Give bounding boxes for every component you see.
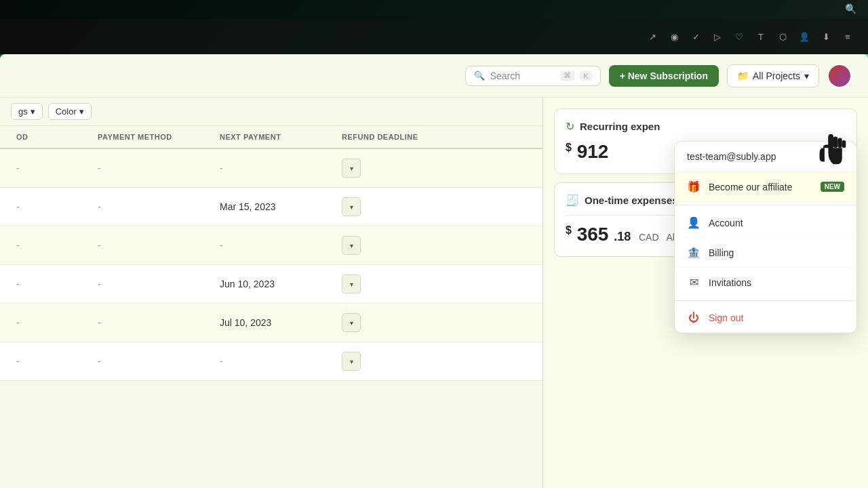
onetime-card-title: One-time expenses — [585, 195, 678, 206]
user-dropdown-menu: test-team@subly.app 🎁 Become our affilia… — [674, 141, 857, 333]
cell-next-6: - — [214, 346, 336, 376]
search-shortcut-modifier: ⌘ — [560, 70, 574, 81]
cell-refund-2: ▾ — [336, 188, 458, 226]
cell-next-1: - — [214, 153, 336, 183]
recurring-icon: ↻ — [566, 120, 574, 133]
folder-icon: 📁 — [737, 70, 749, 81]
new-badge: NEW — [821, 182, 844, 192]
table-row: - - Jul 10, 2023 ▾ — [0, 304, 542, 342]
app-window: 🔍 Search ⌘ K + New Subscription 📁 All Pr… — [0, 54, 868, 488]
table-row: - - Jun 10, 2023 ▾ — [0, 265, 542, 304]
chevron-down-icon: ▾ — [804, 70, 809, 81]
recurring-card-title: Recurring expen — [580, 121, 660, 132]
table-row: - - - ▾ — [0, 226, 542, 265]
left-panel: gs ▾ Color ▾ OD PAYMENT METHOD NEXT PAYM… — [0, 98, 542, 488]
camera-icon[interactable]: ◉ — [667, 30, 681, 43]
cell-next-3: - — [214, 230, 336, 260]
gift-icon: 🎁 — [687, 180, 701, 193]
recurring-amount-whole: 912 — [577, 141, 609, 162]
onetime-amount-whole: 365 — [577, 224, 609, 245]
billing-icon: 🏦 — [687, 246, 701, 259]
table-row: - - - ▾ — [0, 149, 542, 188]
table-header: OD PAYMENT METHOD NEXT PAYMENT REFUND DE… — [0, 126, 542, 149]
cell-refund-3: ▾ — [336, 226, 458, 264]
col-header-payment-method: PAYMENT METHOD — [92, 126, 214, 148]
search-shortcut-key: K — [580, 71, 591, 81]
cell-payment-5: - — [92, 308, 214, 338]
dropdown-divider-2 — [675, 300, 856, 301]
user-icon[interactable]: 👤 — [797, 30, 811, 43]
envelope-icon: ✉ — [687, 276, 701, 289]
invitations-label: Invitations — [709, 277, 751, 288]
cell-od-4: - — [11, 269, 92, 299]
cell-payment-4: - — [92, 269, 214, 299]
dropdown-item-invitations[interactable]: ✉ Invitations — [675, 268, 856, 298]
cell-refund-6: ▾ — [336, 342, 458, 380]
onetime-currency-code: CAD — [639, 232, 659, 243]
dropdown-item-signout[interactable]: ⏻ Sign out — [675, 304, 856, 333]
filter-gs-chevron-icon: ▾ — [31, 106, 35, 117]
os-search-icon[interactable]: 🔍 — [845, 3, 857, 16]
new-subscription-button[interactable]: + New Subscription — [609, 65, 719, 87]
recurring-card-header: ↻ Recurring expen — [566, 120, 846, 133]
cell-od-2: - — [11, 192, 92, 222]
dropdown-item-account[interactable]: 👤 Account — [675, 208, 856, 238]
cell-payment-6: - — [92, 346, 214, 376]
filter-color-button[interactable]: Color ▾ — [48, 103, 92, 120]
search-placeholder: Search — [490, 70, 555, 81]
table-row: - - Mar 15, 2023 ▾ — [0, 188, 542, 226]
row-dropdown-6[interactable]: ▾ — [342, 352, 361, 371]
dropdown-item-affiliate[interactable]: 🎁 Become our affiliate NEW — [675, 172, 856, 202]
power-icon: ⏻ — [687, 312, 701, 324]
search-icon: 🔍 — [474, 70, 485, 81]
row-dropdown-1[interactable]: ▾ — [342, 159, 361, 178]
cell-payment-1: - — [92, 153, 214, 183]
download-icon[interactable]: ⬇ — [819, 30, 833, 43]
billing-label: Billing — [709, 247, 734, 258]
dropdown-item-billing[interactable]: 🏦 Billing — [675, 238, 856, 268]
action-bar: 🔍 Search ⌘ K + New Subscription 📁 All Pr… — [0, 54, 868, 98]
recurring-currency-symbol: $ — [566, 142, 572, 153]
text-icon[interactable]: T — [754, 30, 768, 43]
avatar-button[interactable] — [827, 64, 852, 88]
cell-next-5: Jul 10, 2023 — [214, 308, 336, 338]
row-dropdown-5[interactable]: ▾ — [342, 313, 361, 332]
cell-refund-4: ▾ — [336, 265, 458, 303]
all-projects-button[interactable]: 📁 All Projects ▾ — [727, 64, 819, 87]
filter-gs-button[interactable]: gs ▾ — [11, 103, 43, 120]
row-dropdown-4[interactable]: ▾ — [342, 274, 361, 293]
dropdown-email: test-team@subly.app — [675, 142, 856, 172]
filter-bar: gs ▾ Color ▾ — [0, 98, 542, 126]
cell-od-3: - — [11, 230, 92, 260]
col-header-refund-deadline: REFUND DEADLINE — [336, 126, 458, 148]
cell-payment-3: - — [92, 230, 214, 260]
user-circle-icon: 👤 — [687, 216, 701, 229]
onetime-currency-symbol: $ — [566, 224, 572, 236]
cell-refund-5: ▾ — [336, 304, 458, 342]
receipt-icon: 🧾 — [566, 194, 579, 207]
col-header-next-payment: NEXT PAYMENT — [214, 126, 336, 148]
filter-color-chevron-icon: ▾ — [79, 106, 84, 117]
cell-od-6: - — [11, 346, 92, 376]
row-dropdown-2[interactable]: ▾ — [342, 197, 361, 216]
onetime-amount-cents: .18 — [614, 230, 631, 243]
search-box[interactable]: 🔍 Search ⌘ K — [465, 66, 601, 86]
signout-label: Sign out — [709, 312, 743, 323]
cell-od-1: - — [11, 153, 92, 183]
check-circle-icon[interactable]: ✓ — [689, 30, 703, 43]
filter-gs-label: gs — [18, 106, 28, 117]
play-icon[interactable]: ▷ — [711, 30, 724, 43]
heart-icon[interactable]: ♡ — [732, 30, 746, 43]
cube-icon[interactable]: ⬡ — [776, 30, 789, 43]
os-menu-bar: 🔍 — [0, 0, 868, 19]
col-header-od: OD — [11, 126, 92, 148]
cell-next-2: Mar 15, 2023 — [214, 192, 336, 222]
share-icon[interactable]: ↗ — [646, 30, 659, 43]
hamburger-menu-icon[interactable]: ≡ — [841, 30, 854, 43]
filter-color-label: Color — [56, 106, 77, 117]
cell-od-5: - — [11, 308, 92, 338]
cell-payment-2: - — [92, 192, 214, 222]
row-dropdown-3[interactable]: ▾ — [342, 236, 361, 255]
affiliate-label: Become our affiliate — [709, 182, 792, 192]
cell-next-4: Jun 10, 2023 — [214, 269, 336, 299]
